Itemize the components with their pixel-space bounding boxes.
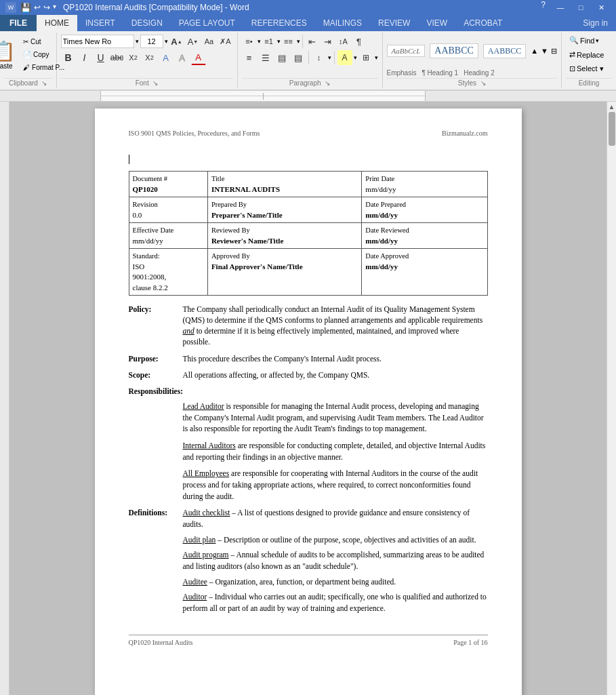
borders-dropdown[interactable]: ▾ (375, 54, 378, 61)
clear-formatting-button[interactable]: ✗A (218, 34, 233, 49)
change-case-button[interactable]: Aa (202, 34, 217, 49)
tab-acrobat[interactable]: ACROBAT (455, 15, 510, 31)
scope-label: Scope: (129, 370, 183, 380)
scroll-thumb[interactable] (609, 112, 615, 146)
grow-font-button[interactable]: A▲ (169, 34, 184, 49)
date-approved-value: mm/dd/yy (365, 262, 398, 271)
paragraph-group-label: Paragraph ↘ (242, 78, 378, 87)
shrink-font-button[interactable]: A▼ (186, 34, 201, 49)
minimize-button[interactable]: — (551, 0, 570, 15)
styles-scroll-up[interactable]: ▲ (531, 47, 538, 55)
styles-more[interactable]: ⊟ (551, 47, 557, 56)
sign-in-link[interactable]: Sign in (575, 15, 616, 31)
style-heading2[interactable]: AABBCC (483, 44, 526, 58)
shading-dropdown[interactable]: ▾ (354, 54, 357, 61)
line-spacing-button[interactable]: ↕ (312, 50, 327, 65)
responsibilities-section: Responsibilities: Lead Auditor is respon… (129, 386, 488, 502)
ruler (0, 91, 616, 102)
line-spacing-dropdown[interactable]: ▾ (328, 54, 331, 61)
multilevel-button[interactable]: ≡≡ (281, 34, 296, 49)
vertical-scrollbar[interactable]: ▲ ▼ (607, 102, 616, 695)
style-heading1[interactable]: AABBCC (430, 43, 478, 58)
maximize-button[interactable]: □ (571, 0, 590, 15)
justify-button[interactable]: ▤ (291, 50, 306, 65)
cursor-position (129, 155, 488, 165)
align-left-button[interactable]: ≡ (242, 50, 257, 65)
file-tab[interactable]: FILE (0, 15, 37, 31)
shading-button[interactable]: A (337, 50, 352, 65)
footer-left: QP1020 Internal Audits (129, 638, 193, 648)
approved-by-value: Final Approver's Name/Title (211, 262, 303, 271)
font-size-dropdown-icon[interactable]: ▾ (165, 38, 168, 45)
customize-icon[interactable]: ▾ (53, 3, 56, 13)
help-icon[interactable]: ? (537, 0, 550, 15)
table-row: Document # QP1020 Title INTERNAL AUDITS … (129, 172, 487, 197)
font-color-button[interactable]: A (191, 50, 206, 65)
document-footer: QP1020 Internal Audits Page 1 of 16 (129, 635, 488, 648)
style-emphasis[interactable]: AaBbCcL (387, 45, 426, 57)
tab-home[interactable]: HOME (37, 15, 77, 31)
table-row: Standard: ISO9001:2008,clause 8.2.2 Appr… (129, 249, 487, 296)
tab-insert[interactable]: INSERT (77, 15, 123, 31)
strikethrough-button[interactable]: abc (110, 50, 125, 65)
font-size-input[interactable]: 12 (140, 35, 163, 48)
text-highlight-button[interactable]: A (175, 50, 190, 65)
underline-button[interactable]: U (94, 50, 108, 65)
responsibilities-heading: Responsibilities: (129, 386, 488, 397)
numbering-dropdown[interactable]: ▾ (277, 38, 281, 45)
definitions-heading-block: Definitions: Audit checklist – A list of… (129, 507, 488, 618)
responsibility-item-3: All Employees are responsible for cooper… (183, 468, 488, 502)
bold-button[interactable]: B (61, 50, 76, 65)
header-right: Bizmanualz.com (442, 129, 487, 138)
subscript-button[interactable]: X2 (126, 50, 141, 65)
replace-icon: ⇄ (569, 50, 575, 59)
scroll-up-button[interactable]: ▲ (609, 103, 615, 111)
align-right-button[interactable]: ▤ (274, 50, 289, 65)
save-icon[interactable]: 💾 (20, 3, 31, 13)
purpose-section: Purpose: This procedure describes the Co… (129, 353, 488, 364)
select-button[interactable]: ⊡ Select ▾ (566, 62, 607, 75)
policy-label: Policy: (129, 304, 183, 347)
find-button[interactable]: 🔍 Find ▾ (566, 34, 607, 47)
bullets-dropdown[interactable]: ▾ (258, 38, 261, 45)
find-dropdown-icon[interactable]: ▾ (596, 37, 599, 44)
show-formatting-button[interactable]: ¶ (352, 34, 367, 49)
definition-item-4: Auditee – Organization, area, function, … (183, 576, 488, 588)
undo-icon[interactable]: ↩ (34, 3, 41, 13)
quick-access-toolbar: 💾 ↩ ↪ ▾ (20, 3, 56, 13)
tab-design[interactable]: DESIGN (123, 15, 171, 31)
styles-scroll-down[interactable]: ▼ (541, 47, 548, 55)
align-center-button[interactable]: ☰ (258, 50, 273, 65)
responsibility-item-2: Internal Auditors are responsible for co… (183, 440, 488, 462)
tab-view[interactable]: VIEW (418, 15, 455, 31)
font-name-input[interactable]: Times New Ro (61, 35, 134, 48)
clipboard-group: 📋 Paste ✂ Cut 📄 Copy 🖌 Format P... Clipb… (0, 33, 57, 88)
text-effects-button[interactable]: A (159, 50, 173, 65)
sort-button[interactable]: ↕A (336, 34, 351, 49)
policy-text: The Company shall periodically conduct a… (183, 304, 488, 347)
replace-button[interactable]: ⇄ Replace (566, 48, 607, 61)
redo-icon[interactable]: ↪ (43, 3, 50, 13)
increase-indent-button[interactable]: ⇥ (321, 34, 335, 49)
superscript-button[interactable]: X2 (142, 50, 157, 65)
tab-mailings[interactable]: MAILINGS (315, 15, 370, 31)
numbering-button[interactable]: ≡1 (262, 34, 276, 49)
bullets-button[interactable]: ≡• (242, 34, 257, 49)
print-date-label: Print Date (365, 175, 394, 182)
styles-group: AaBbCcL AABBCC AABBCC ▲ ▼ ⊟ Emphasis ¶ H… (383, 33, 562, 88)
paste-button[interactable]: 📋 Paste (0, 38, 19, 72)
tab-page-layout[interactable]: PAGE LAYOUT (171, 15, 243, 31)
editing-group-label: Editing (566, 78, 612, 87)
borders-button[interactable]: ⊞ (358, 50, 373, 65)
tab-review[interactable]: REVIEW (370, 15, 418, 31)
font-name-dropdown-icon[interactable]: ▾ (136, 38, 139, 45)
responsibility-item-1: Lead Auditor is responsible for managing… (183, 401, 488, 435)
decrease-indent-button[interactable]: ⇤ (305, 34, 320, 49)
multilevel-dropdown[interactable]: ▾ (297, 38, 300, 45)
document-page: ISO 9001 QMS Policies, Procedures, and F… (95, 108, 522, 695)
document-area: ISO 9001 QMS Policies, Procedures, and F… (9, 102, 607, 695)
italic-button[interactable]: I (77, 50, 92, 65)
clipboard-label: Clipboard ↘ (4, 78, 52, 87)
tab-references[interactable]: REFERENCES (243, 15, 315, 31)
close-button[interactable]: ✕ (592, 0, 611, 15)
